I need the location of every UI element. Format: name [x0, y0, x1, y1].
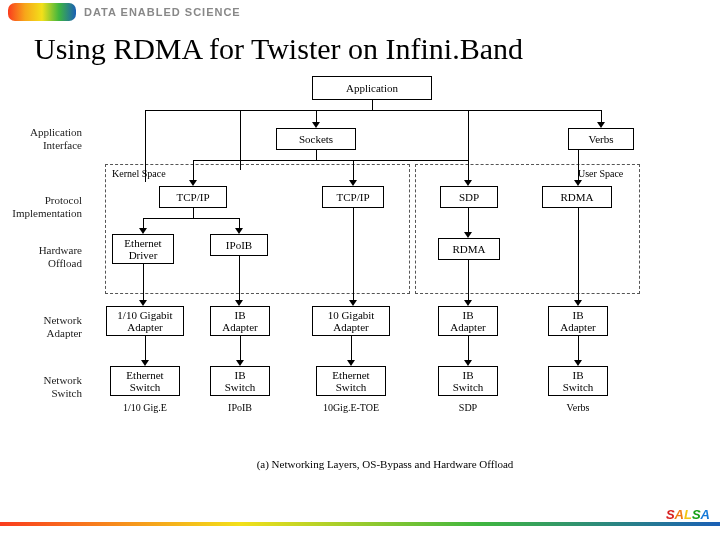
arrow-icon: [139, 228, 147, 234]
edge: [351, 336, 352, 362]
edge: [145, 336, 146, 362]
edge: [372, 100, 373, 110]
box-adapter-1: 1/10 GigabitAdapter: [106, 306, 184, 336]
arrow-icon: [349, 180, 357, 186]
edge: [578, 150, 579, 182]
box-rdma-mid: RDMA: [438, 238, 500, 260]
page-title: Using RDMA for Twister on Infini.Band: [34, 32, 720, 66]
arrow-icon: [574, 360, 582, 366]
user-space-region: [415, 164, 640, 294]
arrow-icon: [236, 360, 244, 366]
edge: [193, 208, 194, 218]
arrow-icon: [349, 300, 357, 306]
box-rdma-top: RDMA: [542, 186, 612, 208]
kernel-space-label: Kernel Space: [112, 168, 166, 179]
edge: [143, 218, 240, 219]
edge: [240, 110, 241, 170]
box-tcpip-b: TCP/IP: [322, 186, 384, 208]
user-space-label: User Space: [578, 168, 623, 179]
kernel-space-region: [105, 164, 410, 294]
row-label-app-interface: ApplicationInterface: [0, 126, 82, 152]
footer-logo: SALSA: [666, 507, 710, 522]
arrow-icon: [464, 232, 472, 238]
arrow-icon: [597, 122, 605, 128]
arrow-icon: [347, 360, 355, 366]
edge: [353, 208, 354, 302]
box-switch-3: EthernetSwitch: [316, 366, 386, 396]
arrow-icon: [235, 228, 243, 234]
row-label-network-switch: NetworkSwitch: [0, 374, 82, 400]
edge: [193, 160, 469, 161]
edge: [240, 336, 241, 362]
edge: [468, 160, 469, 182]
box-verbs: Verbs: [568, 128, 634, 150]
edge: [143, 264, 144, 302]
row-label-hardware-offload: HardwareOffload: [0, 244, 82, 270]
box-switch-4: IBSwitch: [438, 366, 498, 396]
arrow-icon: [189, 180, 197, 186]
edge: [468, 260, 469, 302]
row-label-network-adapter: NetworkAdapter: [0, 314, 82, 340]
box-adapter-2: IBAdapter: [210, 306, 270, 336]
banner-text: DATA ENABLED SCIENCE: [84, 6, 241, 18]
network-layers-diagram: ApplicationInterface ProtocolImplementat…: [90, 76, 680, 476]
arrow-icon: [464, 300, 472, 306]
edge: [239, 256, 240, 302]
arrow-icon: [139, 300, 147, 306]
box-switch-2: IBSwitch: [210, 366, 270, 396]
arrow-icon: [464, 180, 472, 186]
col-label-3: 10Gig.E-TOE: [323, 402, 379, 413]
edge: [316, 150, 317, 160]
edge: [145, 110, 601, 111]
footer-rule-icon: [0, 522, 720, 526]
arrow-icon: [574, 300, 582, 306]
edge: [578, 336, 579, 362]
arrow-icon: [141, 360, 149, 366]
box-adapter-3: 10 GigabitAdapter: [312, 306, 390, 336]
box-sockets: Sockets: [276, 128, 356, 150]
box-switch-1: EthernetSwitch: [110, 366, 180, 396]
edge: [145, 110, 146, 182]
box-application: Application: [312, 76, 432, 100]
arrow-icon: [464, 360, 472, 366]
box-switch-5: IBSwitch: [548, 366, 608, 396]
banner-swatch-icon: [8, 3, 76, 21]
edge: [468, 336, 469, 362]
arrow-icon: [235, 300, 243, 306]
box-tcpip-a: TCP/IP: [159, 186, 227, 208]
col-label-1: 1/10 Gig.E: [123, 402, 167, 413]
edge: [578, 208, 579, 302]
figure-caption: (a) Networking Layers, OS-Bypass and Har…: [257, 458, 514, 470]
col-label-4: SDP: [459, 402, 477, 413]
col-label-5: Verbs: [567, 402, 590, 413]
header-banner: DATA ENABLED SCIENCE: [0, 0, 720, 24]
box-ethernet-driver: EthernetDriver: [112, 234, 174, 264]
row-label-protocol: ProtocolImplementation: [0, 194, 82, 220]
box-ipoib: IPoIB: [210, 234, 268, 256]
arrow-icon: [574, 180, 582, 186]
arrow-icon: [312, 122, 320, 128]
box-adapter-5: IBAdapter: [548, 306, 608, 336]
box-adapter-4: IBAdapter: [438, 306, 498, 336]
col-label-2: IPoIB: [228, 402, 252, 413]
box-sdp: SDP: [440, 186, 498, 208]
edge: [353, 160, 354, 182]
edge: [468, 208, 469, 234]
edge: [193, 160, 194, 182]
